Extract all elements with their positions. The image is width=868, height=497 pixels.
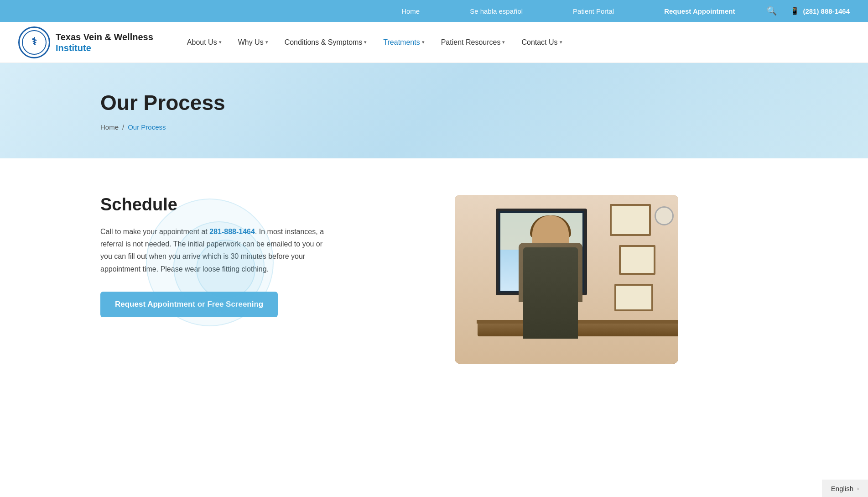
right-column [365,195,768,364]
top-bar: Home Se habla español Patient Portal Req… [0,0,868,22]
main-content: Schedule Call to make your appointment a… [0,158,868,400]
person-body [523,247,578,339]
logo[interactable]: ⚕ Texas Vein & Wellness Institute [18,26,153,58]
page-hero: Our Process Home / Our Process [0,63,868,158]
svg-text:⚕: ⚕ [31,36,37,47]
schedule-phone-link[interactable]: 281-888-1464 [209,228,255,235]
nav-treatments[interactable]: Treatments ▾ [377,35,431,50]
spanish-link[interactable]: Se habla español [452,0,541,22]
language-label: English [831,485,853,492]
nav-about-us-label: About Us [187,38,217,47]
nav-why-us-label: Why Us [238,38,264,47]
nav-about-us-chevron: ▾ [219,39,222,45]
clock [655,206,674,225]
header: ⚕ Texas Vein & Wellness Institute About … [0,22,868,63]
nav-about-us[interactable]: About Us ▾ [181,35,228,50]
certificate-3 [614,284,653,311]
certificate-1 [610,204,651,236]
main-nav: About Us ▾ Why Us ▾ Conditions & Symptom… [181,35,569,50]
home-link[interactable]: Home [383,0,438,22]
logo-circle: ⚕ [18,26,50,58]
nav-conditions[interactable]: Conditions & Symptoms ▾ [278,35,374,50]
chevron-right-icon: › [857,486,859,492]
phone-number: 📱 (281) 888-1464 [790,7,850,15]
nav-contact-us-chevron: ▾ [560,39,562,45]
search-icon[interactable]: 🔍 [767,6,777,16]
nav-why-us-chevron: ▾ [265,39,268,45]
schedule-text-prefix: Call to make your appointment at [100,228,209,235]
request-appointment-link[interactable]: Request Appointment [646,0,753,22]
breadcrumb: Home / Our Process [100,123,768,131]
nav-contact-us[interactable]: Contact Us ▾ [515,35,568,50]
phone-icon: 📱 [790,7,799,15]
language-selector[interactable]: English › [822,480,868,497]
patient-portal-link[interactable]: Patient Portal [555,0,632,22]
logo-text: Texas Vein & Wellness Institute [56,31,153,53]
page-title: Our Process [100,90,768,115]
breadcrumb-separator: / [122,123,124,131]
office-scene [455,195,678,364]
certificate-2 [619,245,655,275]
nav-treatments-chevron: ▾ [422,39,425,45]
office-image [455,195,678,364]
cta-button[interactable]: Request Appointment or Free Screening [100,292,278,317]
breadcrumb-home[interactable]: Home [100,123,119,131]
schedule-description: Call to make your appointment at 281-888… [100,225,328,275]
breadcrumb-current: Our Process [128,123,166,131]
nav-patient-resources-label: Patient Resources [441,38,501,47]
logo-svg: ⚕ [22,30,47,55]
left-column: Schedule Call to make your appointment a… [100,195,328,317]
logo-line2: Institute [56,42,153,53]
phone-number-text: (281) 888-1464 [803,7,850,15]
nav-conditions-label: Conditions & Symptoms [285,38,363,47]
nav-conditions-chevron: ▾ [364,39,367,45]
nav-patient-resources-chevron: ▾ [502,39,505,45]
nav-contact-us-label: Contact Us [521,38,557,47]
nav-patient-resources[interactable]: Patient Resources ▾ [435,35,512,50]
schedule-title: Schedule [100,195,328,214]
nav-why-us[interactable]: Why Us ▾ [232,35,275,50]
nav-treatments-label: Treatments [383,38,420,47]
logo-line1: Texas Vein & Wellness [56,31,153,42]
person-silhouette [519,215,592,339]
